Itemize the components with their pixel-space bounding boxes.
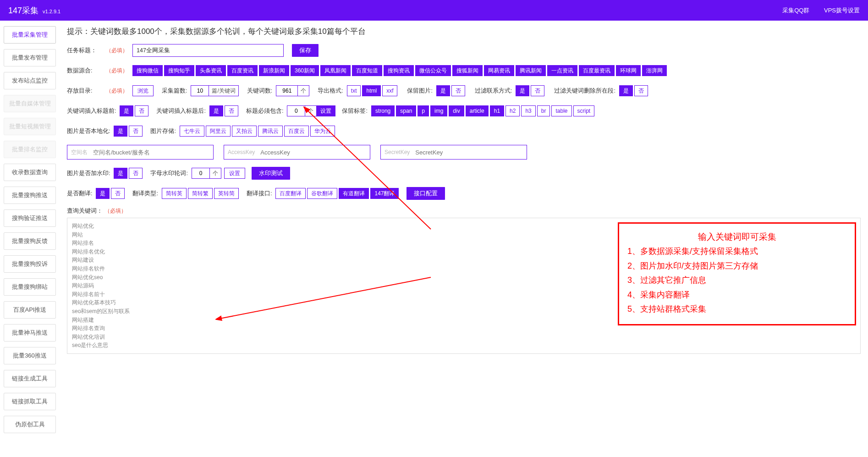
space-name-field[interactable]: 空间名 — [67, 145, 214, 160]
source-tag-1[interactable]: 搜狗知乎 — [164, 65, 194, 76]
title-must-count-input[interactable] — [287, 105, 305, 116]
image-store-4[interactable]: 百度云 — [284, 126, 309, 137]
title-must-set-button[interactable]: 设置 — [316, 105, 335, 116]
filter-del-no[interactable]: 否 — [634, 85, 648, 96]
keep-image-no[interactable]: 否 — [451, 85, 465, 96]
keep-tag-0[interactable]: strong — [371, 105, 395, 116]
watermark-test-button[interactable]: 水印测试 — [252, 167, 290, 180]
sidebar-item-17[interactable]: 伪原创工具 — [4, 416, 56, 433]
watermark-no[interactable]: 否 — [129, 168, 143, 179]
source-tag-7[interactable]: 百度知道 — [352, 65, 382, 76]
link-qq-group[interactable]: 采集QQ群 — [782, 7, 809, 14]
sidebar-item-15[interactable]: 链接生成工具 — [4, 370, 56, 387]
image-store-3[interactable]: 腾讯云 — [258, 126, 283, 137]
image-store-0[interactable]: 七牛云 — [180, 126, 204, 137]
interface-config-button[interactable]: 接口配置 — [407, 187, 445, 200]
image-store-5[interactable]: 华为云 — [310, 126, 335, 137]
keep-tag-4[interactable]: div — [449, 105, 464, 116]
translate-iface-1[interactable]: 谷歌翻译 — [307, 188, 337, 199]
source-tag-11[interactable]: 网易资讯 — [484, 65, 514, 76]
image-store-2[interactable]: 又拍云 — [232, 126, 257, 137]
keep-tag-8[interactable]: h3 — [521, 105, 535, 116]
keyword-count-input[interactable] — [276, 85, 298, 96]
label-title-must-contain: 标题必须包含: — [246, 107, 283, 115]
keep-tag-10[interactable]: table — [551, 105, 571, 116]
source-tag-16[interactable]: 澎湃网 — [642, 65, 667, 76]
keep-tag-5[interactable]: article — [466, 105, 489, 116]
translate-type-1[interactable]: 简转繁 — [188, 188, 213, 199]
insert-before-no[interactable]: 否 — [135, 105, 148, 116]
translate-no[interactable]: 否 — [111, 188, 125, 199]
translate-iface-3[interactable]: 147翻译 — [370, 188, 399, 199]
secret-key-field[interactable]: SecretKey — [380, 145, 527, 160]
sidebar-item-1[interactable]: 批量发布管理 — [4, 49, 56, 66]
link-vps-settings[interactable]: VPS拨号设置 — [824, 7, 860, 14]
source-tag-8[interactable]: 搜狗资讯 — [384, 65, 414, 76]
source-tag-9[interactable]: 微信公众号 — [415, 65, 451, 76]
keep-tag-3[interactable]: img — [430, 105, 447, 116]
secret-key-input[interactable] — [413, 145, 527, 159]
source-tag-0[interactable]: 搜狗微信 — [132, 65, 163, 76]
source-tag-6[interactable]: 凤凰新闻 — [320, 65, 351, 76]
source-tag-14[interactable]: 百度最资讯 — [579, 65, 615, 76]
source-tag-15[interactable]: 环球网 — [616, 65, 641, 76]
sidebar-item-6[interactable]: 收录数据查询 — [4, 164, 56, 181]
translate-type-2[interactable]: 英转简 — [214, 188, 239, 199]
collect-count-input[interactable] — [191, 85, 209, 96]
insert-after-no[interactable]: 否 — [225, 105, 238, 116]
source-tag-3[interactable]: 百度资讯 — [227, 65, 258, 76]
source-tag-10[interactable]: 搜狐新闻 — [452, 65, 483, 76]
image-localize-no[interactable]: 否 — [129, 126, 143, 137]
source-tag-4[interactable]: 新浪新闻 — [259, 65, 289, 76]
brand: 147采集 v1.2.9.1 — [8, 5, 60, 16]
access-key-input[interactable] — [258, 145, 370, 159]
filter-contact-no[interactable]: 否 — [531, 85, 544, 96]
sidebar-item-10[interactable]: 批量搜狗投诉 — [4, 255, 56, 273]
label-storage-dir: 存放目录: — [67, 87, 106, 95]
keep-tag-9[interactable]: br — [537, 105, 550, 116]
sidebar-item-7[interactable]: 批量搜狗推送 — [4, 187, 56, 204]
save-button[interactable]: 保存 — [292, 44, 319, 57]
translate-yes[interactable]: 是 — [96, 188, 110, 199]
sidebar-item-9[interactable]: 批量搜狗反馈 — [4, 232, 56, 250]
access-key-field[interactable]: AccessKey — [224, 145, 370, 160]
keep-image-yes[interactable]: 是 — [436, 85, 450, 96]
translate-iface-2[interactable]: 有道翻译 — [339, 188, 369, 199]
sidebar-item-12[interactable]: 百度API推送 — [4, 301, 56, 319]
format-tag-0[interactable]: txt — [347, 85, 361, 96]
insert-before-yes[interactable]: 是 — [120, 105, 133, 116]
source-tag-12[interactable]: 腾讯新闻 — [516, 65, 546, 76]
image-store-1[interactable]: 阿里云 — [206, 126, 231, 137]
format-tag-1[interactable]: html — [362, 85, 381, 96]
filter-contact-yes[interactable]: 是 — [516, 85, 529, 96]
image-localize-yes[interactable]: 是 — [114, 126, 127, 137]
space-name-input[interactable] — [91, 145, 213, 159]
keep-tag-11[interactable]: script — [573, 105, 595, 116]
sidebar-item-11[interactable]: 批量搜狗绑站 — [4, 278, 56, 296]
sidebar-item-16[interactable]: 链接抓取工具 — [4, 393, 56, 410]
task-title-input[interactable] — [132, 44, 284, 57]
filter-del-yes[interactable]: 是 — [619, 85, 633, 96]
sidebar-item-2[interactable]: 发布站点监控 — [4, 72, 56, 89]
keep-tag-2[interactable]: p — [418, 105, 429, 116]
sidebar-item-8[interactable]: 搜狗验证推送 — [4, 209, 56, 227]
required-mark: （必填） — [106, 47, 128, 55]
watermark-yes[interactable]: 是 — [114, 168, 127, 179]
source-tag-13[interactable]: 一点资讯 — [547, 65, 577, 76]
translate-iface-0[interactable]: 百度翻译 — [275, 188, 306, 199]
source-tag-5[interactable]: 360新闻 — [291, 65, 319, 76]
keep-tag-6[interactable]: h1 — [490, 105, 504, 116]
browse-button[interactable]: 浏览 — [132, 85, 154, 96]
sidebar-item-0[interactable]: 批量采集管理 — [4, 26, 56, 44]
translate-type-0[interactable]: 简转英 — [162, 188, 187, 199]
watermark-set-button[interactable]: 设置 — [224, 168, 245, 179]
sidebar-item-14[interactable]: 批量360推送 — [4, 347, 56, 364]
insert-after-yes[interactable]: 是 — [209, 105, 223, 116]
watermark-turn-input[interactable] — [192, 168, 210, 179]
format-tag-2[interactable]: xxf — [382, 85, 397, 96]
source-tag-2[interactable]: 头条资讯 — [196, 65, 226, 76]
keep-tag-7[interactable]: h2 — [505, 105, 520, 116]
keep-tag-1[interactable]: span — [396, 105, 416, 116]
watermark-turn-unit: 个 — [210, 168, 221, 179]
sidebar-item-13[interactable]: 批量神马推送 — [4, 324, 56, 341]
